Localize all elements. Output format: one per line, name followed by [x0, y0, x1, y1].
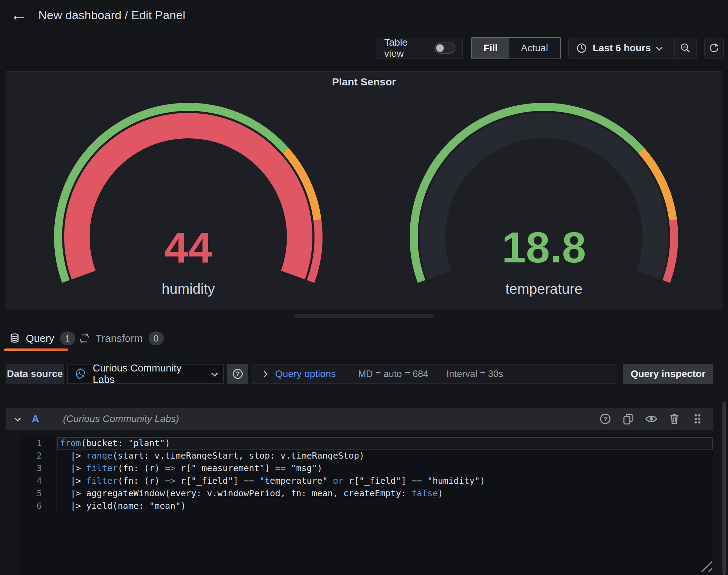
eye-icon	[645, 412, 658, 426]
grip-dots-icon	[691, 413, 704, 425]
tab-transform-label: Transform	[96, 332, 143, 344]
chevron-down-icon	[656, 44, 662, 51]
time-range-picker[interactable]: Last 6 hours	[569, 38, 674, 58]
humidity-value: 44	[66, 224, 310, 271]
active-tab-indicator	[4, 348, 68, 351]
grafana-edit-panel: ← New dashboard / Edit Panel Table view …	[0, 0, 728, 575]
line-numbers: 123456	[21, 437, 56, 512]
duplicate-query-button[interactable]	[621, 412, 635, 426]
panel-title: Plant Sensor	[6, 76, 722, 88]
tab-query-label: Query	[26, 332, 54, 344]
help-icon: ?	[599, 413, 612, 425]
help-icon: ?	[232, 368, 244, 380]
refresh-button[interactable]	[704, 38, 724, 59]
datasource-select[interactable]: Curious Community Labs	[67, 364, 224, 384]
query-ref-id: A	[32, 413, 39, 425]
zoom-out-button[interactable]	[675, 38, 696, 58]
toggle-knob	[436, 44, 444, 52]
temperature-value: 18.8	[422, 224, 666, 271]
influxdb-datasource-icon	[75, 368, 86, 380]
datasource-help-button[interactable]: ?	[227, 364, 248, 384]
query-count-badge: 1	[60, 331, 75, 345]
panel-editor-splitter[interactable]	[294, 314, 434, 318]
chevron-down-icon	[211, 370, 218, 376]
interval-stat: Interval = 30s	[446, 369, 503, 380]
trash-icon	[668, 413, 681, 425]
transform-icon	[79, 333, 90, 344]
temperature-label: temperature	[422, 281, 666, 297]
clock-icon	[576, 43, 587, 54]
datasource-label: Data source	[6, 364, 64, 384]
svg-text:?: ?	[236, 370, 240, 377]
transform-count-badge: 0	[149, 331, 164, 345]
copy-icon	[622, 413, 635, 425]
table-view-group: Table view	[377, 38, 463, 59]
fill-option[interactable]: Fill	[472, 38, 509, 59]
panel-plant-sensor[interactable]	[6, 71, 722, 309]
svg-text:?: ?	[603, 415, 607, 423]
tab-transform[interactable]: Transform 0	[74, 328, 169, 348]
refresh-icon	[708, 43, 720, 54]
toggle-query-visibility-button[interactable]	[644, 412, 658, 426]
delete-query-button[interactable]	[667, 412, 681, 426]
code-lines: from(bucket: "plant") |> range(start: v.…	[60, 437, 712, 512]
query-options-label: Query options	[275, 368, 336, 380]
page-title: New dashboard / Edit Panel	[38, 8, 185, 22]
time-range-group: Last 6 hours	[568, 38, 697, 59]
chevron-right-icon	[261, 371, 267, 377]
query-options-bar: Query options MD = auto = 684 Interval =…	[252, 364, 616, 384]
table-view-toggle[interactable]	[434, 43, 455, 54]
flux-query-editor[interactable]: 123456 from(bucket: "plant") |> range(st…	[21, 436, 713, 575]
database-icon	[9, 333, 20, 344]
humidity-label: humidity	[66, 281, 310, 297]
zoom-out-icon	[680, 43, 691, 54]
collapse-chevron-icon[interactable]	[14, 415, 21, 421]
actual-option[interactable]: Actual	[509, 38, 560, 59]
max-datapoints-stat: MD = auto = 684	[358, 369, 428, 380]
query-datasource-hint: (Curious Community Labs)	[63, 413, 179, 424]
indent-guide	[56, 438, 56, 513]
back-button[interactable]: ←	[8, 4, 29, 25]
datasource-value: Curious Community Labs	[93, 362, 205, 385]
time-range-label: Last 6 hours	[593, 43, 651, 54]
fill-actual-switch: Fill Actual	[471, 37, 561, 59]
table-view-label: Table view	[384, 37, 428, 59]
vertical-scrollbar[interactable]	[722, 401, 726, 575]
query-help-button[interactable]: ?	[598, 412, 612, 426]
query-inspector-button[interactable]: Query inspector	[623, 364, 713, 384]
query-row-a: A (Curious Community Labs) ?	[6, 408, 713, 430]
query-row-actions: ?	[598, 412, 704, 426]
divider	[0, 353, 728, 353]
tab-query[interactable]: Query 1	[4, 328, 80, 348]
drag-query-handle[interactable]	[690, 412, 704, 426]
query-options-expander[interactable]: Query options	[262, 368, 336, 380]
